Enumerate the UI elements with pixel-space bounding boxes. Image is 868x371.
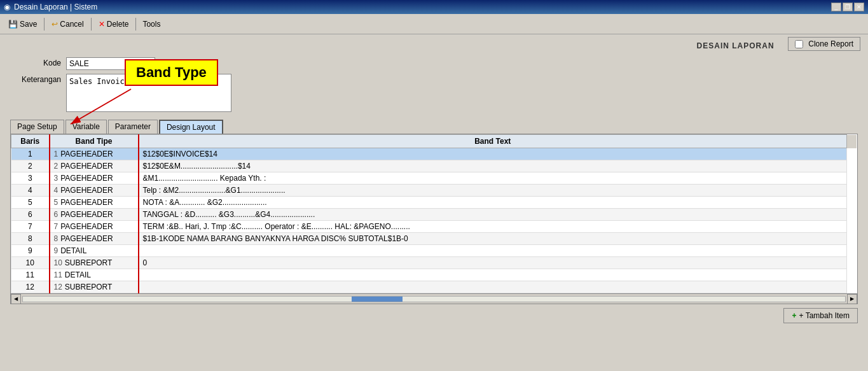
top-right-label: DESAIN LAPORAN Clone Report bbox=[0, 34, 868, 52]
cell-band-text: $12$0E$INVOICE$14 bbox=[139, 148, 847, 160]
cell-band-tipe: 11DETAIL bbox=[50, 269, 139, 281]
table-row[interactable]: 11PAGEHEADER$12$0E$INVOICE$14 bbox=[11, 148, 857, 160]
cell-band-tipe: 9DETAIL bbox=[50, 245, 139, 257]
plus-icon: + bbox=[792, 311, 796, 320]
cancel-button[interactable]: ↩ Cancel bbox=[46, 17, 89, 31]
close-btn[interactable]: ✕ bbox=[854, 3, 864, 11]
sep1 bbox=[44, 18, 45, 31]
cell-baris: 6 bbox=[11, 209, 50, 221]
cell-baris: 2 bbox=[11, 160, 50, 172]
window-title: Desain Laporan | Sistem bbox=[14, 3, 97, 11]
cell-band-tipe: 12SUBREPORT bbox=[50, 281, 139, 293]
cell-band-text: &M1............................ Kepada Y… bbox=[139, 172, 847, 185]
cell-baris: 10 bbox=[11, 257, 50, 269]
main-content: DESAIN LAPORAN Clone Report Kode Keteran… bbox=[0, 34, 868, 327]
table-row[interactable]: 1212SUBREPORT bbox=[11, 281, 857, 293]
cell-band-text: 0 bbox=[139, 257, 847, 269]
table-row[interactable]: 55PAGEHEADERNOTA : &A............ &G2...… bbox=[11, 197, 857, 209]
cell-band-tipe: 1PAGEHEADER bbox=[50, 148, 139, 160]
tambah-item-button[interactable]: + + Tambah Item bbox=[783, 308, 858, 323]
cell-baris: 3 bbox=[11, 172, 50, 185]
scroll-right-btn[interactable]: ▶ bbox=[847, 294, 857, 304]
cell-baris: 1 bbox=[11, 148, 50, 160]
table-row[interactable]: 1010SUBREPORT0 bbox=[11, 257, 857, 269]
cell-baris: 8 bbox=[11, 233, 50, 245]
cell-band-text bbox=[139, 281, 847, 293]
table-row[interactable]: 44PAGEHEADERTelp : &M2..................… bbox=[11, 185, 857, 197]
cell-baris: 4 bbox=[11, 185, 50, 197]
cell-baris: 7 bbox=[11, 221, 50, 233]
tabs-area: Band Type Page Setup Variable bbox=[0, 120, 868, 134]
table-row[interactable]: 1111DETAIL bbox=[11, 269, 857, 281]
cell-baris: 5 bbox=[11, 197, 50, 209]
table-container: Baris Band Tipe Band Text 11PAGEHEADER$1… bbox=[10, 134, 858, 304]
cell-band-text: TERM :&B.. Hari, J. Tmp :&C.......... Op… bbox=[139, 221, 847, 233]
table-row[interactable]: 99DETAIL bbox=[11, 245, 857, 257]
sep2 bbox=[91, 18, 92, 31]
cell-band-text bbox=[139, 245, 847, 257]
scroll-thumb bbox=[352, 297, 403, 302]
tab-page-setup[interactable]: Page Setup bbox=[10, 120, 64, 134]
app-icon: ◉ bbox=[4, 3, 10, 11]
delete-icon: ✕ bbox=[99, 20, 105, 29]
scroll-track[interactable] bbox=[22, 296, 846, 302]
cell-band-text: NOTA : &A............ &G2...............… bbox=[139, 197, 847, 209]
band-type-annotation: Band Type bbox=[125, 59, 218, 130]
cell-band-tipe: 2PAGEHEADER bbox=[50, 160, 139, 172]
cell-band-tipe: 7PAGEHEADER bbox=[50, 221, 139, 233]
cell-baris: 11 bbox=[11, 269, 50, 281]
save-button[interactable]: 💾 Save bbox=[3, 17, 43, 31]
cell-band-text: Telp : &M2......................&G1.....… bbox=[139, 185, 847, 197]
save-icon: 💾 bbox=[8, 20, 18, 29]
table-row[interactable]: 88PAGEHEADER$1B-1KODE NAMA BARANG BANYAK… bbox=[11, 233, 857, 245]
minimize-btn[interactable]: _ bbox=[831, 3, 841, 11]
tools-menu[interactable]: Tools bbox=[137, 18, 165, 31]
cancel-icon: ↩ bbox=[52, 20, 58, 29]
cell-band-tipe: 4PAGEHEADER bbox=[50, 185, 139, 197]
cell-baris: 12 bbox=[11, 281, 50, 293]
delete-button[interactable]: ✕ Delete bbox=[93, 17, 135, 31]
bottom-bar: + + Tambah Item bbox=[0, 304, 868, 327]
col-baris: Baris bbox=[11, 135, 50, 148]
col-band-text: Band Text bbox=[139, 135, 847, 148]
col-scrollbar-placeholder bbox=[847, 135, 857, 148]
annotation-arrow bbox=[125, 86, 201, 130]
title-bar: ◉ Desain Laporan | Sistem _ ❐ ✕ bbox=[0, 0, 868, 14]
keterangan-label: Keterangan bbox=[10, 74, 61, 84]
col-band-tipe: Band Tipe bbox=[50, 135, 139, 148]
kode-label: Kode bbox=[10, 57, 61, 67]
cell-band-tipe: 3PAGEHEADER bbox=[50, 172, 139, 185]
cell-band-tipe: 5PAGEHEADER bbox=[50, 197, 139, 209]
restore-btn[interactable]: ❐ bbox=[843, 3, 853, 11]
clone-checkbox[interactable] bbox=[795, 40, 803, 48]
horizontal-scrollbar[interactable]: ◀ ▶ bbox=[11, 293, 857, 304]
table-row[interactable]: 66PAGEHEADERTANGGAL : &D.......... &G3..… bbox=[11, 209, 857, 221]
table-row[interactable]: 77PAGEHEADERTERM :&B.. Hari, J. Tmp :&C.… bbox=[11, 221, 857, 233]
cell-band-text: $12$0E&M...........................$14 bbox=[139, 160, 847, 172]
cell-band-text: TANGGAL : &D.......... &G3..........&G4.… bbox=[139, 209, 847, 221]
cell-band-text: $1B-1KODE NAMA BARANG BANYAKNYA HARGA DI… bbox=[139, 233, 847, 245]
table-wrapper[interactable]: Baris Band Tipe Band Text 11PAGEHEADER$1… bbox=[11, 134, 857, 293]
data-table: Baris Band Tipe Band Text 11PAGEHEADER$1… bbox=[11, 134, 857, 293]
sep3 bbox=[135, 18, 136, 31]
cell-band-tipe: 8PAGEHEADER bbox=[50, 233, 139, 245]
menu-bar: 💾 Save ↩ Cancel ✕ Delete Tools bbox=[0, 14, 868, 34]
cell-band-text bbox=[139, 269, 847, 281]
cell-band-tipe: 10SUBREPORT bbox=[50, 257, 139, 269]
tab-variable[interactable]: Variable bbox=[65, 120, 107, 134]
cell-band-tipe: 6PAGEHEADER bbox=[50, 209, 139, 221]
clone-report-button[interactable]: Clone Report bbox=[788, 37, 860, 51]
table-row[interactable]: 22PAGEHEADER$12$0E&M....................… bbox=[11, 160, 857, 172]
scroll-left-btn[interactable]: ◀ bbox=[11, 294, 21, 304]
band-type-label: Band Type bbox=[125, 59, 218, 86]
cell-baris: 9 bbox=[11, 245, 50, 257]
table-row[interactable]: 33PAGEHEADER&M1.........................… bbox=[11, 172, 857, 185]
